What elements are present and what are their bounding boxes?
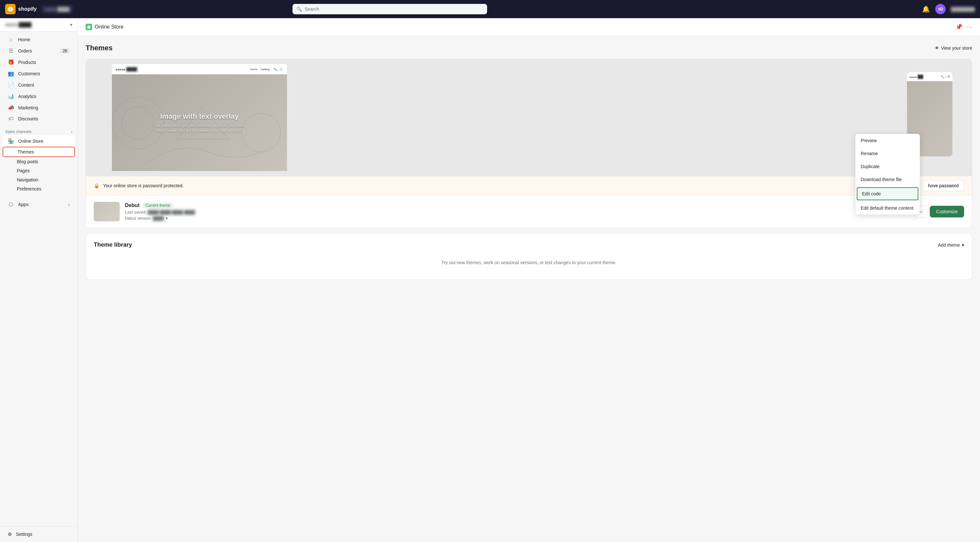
- page-header-title: Online Store: [95, 24, 124, 30]
- more-button[interactable]: ⋯: [966, 23, 972, 30]
- theme-library-card: Theme library Add theme ▾ Try out new th…: [86, 233, 972, 280]
- sidebar-item-analytics[interactable]: 📊 Analytics: [3, 91, 75, 102]
- remove-password-button[interactable]: hove password: [923, 180, 964, 191]
- analytics-icon: 📊: [8, 93, 14, 99]
- theme-preview: EDESK ████ Home Catalog 🔍 🛒: [86, 59, 972, 176]
- sidebar-item-label: Orders: [18, 48, 32, 54]
- store-selector-arrow: ▾: [70, 22, 72, 27]
- main-content: Online Store 📌 ⋯ Themes 👁 View your stor…: [78, 18, 980, 542]
- view-store-label: View your store: [941, 45, 972, 51]
- add-theme-button[interactable]: Add theme ▾: [938, 242, 964, 248]
- sidebar-item-label: Marketing: [18, 105, 38, 110]
- remove-password-label: hove password: [928, 183, 959, 188]
- sidebar-item-home[interactable]: ⌂ Home: [3, 34, 75, 45]
- duplicate-label: Duplicate: [861, 164, 880, 169]
- current-theme-badge: Current theme: [142, 202, 173, 208]
- sidebar-item-marketing[interactable]: 📣 Marketing: [3, 102, 75, 113]
- last-saved-label: Last saved:: [125, 210, 146, 215]
- search-wrap: 🔍: [293, 4, 487, 14]
- logo-icon: [5, 4, 16, 14]
- sidebar-item-label: Online Store: [18, 139, 43, 144]
- page-header-right: 📌 ⋯: [955, 23, 972, 30]
- theme-info: Debut Current theme Last saved: ████ ███…: [86, 195, 972, 228]
- dropdown-item-rename[interactable]: Rename: [856, 147, 920, 160]
- add-theme-arrow: ▾: [962, 242, 964, 248]
- view-store-button[interactable]: 👁 View your store: [935, 45, 972, 51]
- apps-icon: ⬡: [8, 201, 14, 207]
- version-dropdown-arrow[interactable]: ▾: [166, 216, 168, 221]
- dropdown-item-preview[interactable]: Preview: [856, 134, 920, 147]
- sidebar-item-orders[interactable]: ☰ Orders 26: [3, 45, 75, 56]
- version-label: Debut version: [125, 216, 151, 221]
- apps-label: Apps: [18, 202, 29, 207]
- hero-text-block: Image with text overlay Use overlay text…: [141, 112, 258, 133]
- thumb-image: [94, 202, 120, 222]
- sidebar-item-products[interactable]: 🎁 Products: [3, 56, 75, 68]
- customize-label: Customize: [936, 209, 958, 214]
- mobile-logo: EDESK ██: [910, 75, 923, 78]
- preferences-label: Preferences: [17, 186, 41, 191]
- sidebar-item-customers[interactable]: 👥 Customers: [3, 68, 75, 79]
- preview-nav: EDESK ████ Home Catalog 🔍 🛒: [112, 64, 287, 74]
- sidebar-subitem-navigation[interactable]: Navigation: [3, 175, 75, 184]
- edit-default-label: Edit default theme content: [861, 206, 913, 210]
- sidebar-item-discounts[interactable]: 🏷 Discounts: [3, 113, 75, 124]
- sidebar-subitem-themes[interactable]: Themes: [3, 147, 75, 157]
- settings-label: Settings: [16, 532, 32, 537]
- products-icon: 🎁: [8, 59, 14, 65]
- orders-badge: 26: [60, 48, 70, 54]
- dropdown-item-edit-default[interactable]: Edit default theme content: [856, 202, 920, 215]
- preview-nav-links: Home Catalog: [250, 68, 269, 71]
- sidebar-item-apps[interactable]: ⬡ Apps ›: [3, 199, 75, 210]
- apps-section: ⬡ Apps ›: [0, 199, 78, 210]
- library-header: Theme library Add theme ▾: [94, 241, 964, 248]
- last-saved-value: ████ ████ ████ ████: [148, 210, 195, 215]
- dropdown-item-edit-code[interactable]: Edit code: [857, 187, 918, 200]
- theme-actions: ⋯ Customize: [913, 206, 964, 218]
- notification-button[interactable]: 🔔: [922, 5, 930, 13]
- sidebar-bottom: ⚙ Settings: [0, 526, 78, 542]
- home-icon: ⌂: [8, 37, 14, 43]
- logo-text: shopify: [18, 6, 37, 12]
- logo: shopify: [5, 4, 37, 14]
- sidebar-item-online-store[interactable]: 🏪 Online Store: [3, 136, 75, 147]
- sidebar-subitem-pages[interactable]: Pages: [3, 166, 75, 175]
- customize-button[interactable]: Customize: [930, 206, 964, 217]
- desktop-frame: EDESK ████ Home Catalog 🔍 🛒: [112, 64, 287, 171]
- sidebar-item-content[interactable]: 📄 Content: [3, 79, 75, 91]
- rename-label: Rename: [861, 151, 878, 156]
- navigation-label: Navigation: [17, 177, 38, 182]
- apps-expand-icon: ›: [68, 202, 70, 207]
- sidebar-subitem-preferences[interactable]: Preferences: [3, 184, 75, 193]
- theme-name: Debut: [125, 202, 140, 208]
- sales-channels-expand-icon: ›: [71, 129, 72, 134]
- lock-icon: 🔒: [94, 183, 99, 188]
- avatar: xD: [935, 4, 946, 14]
- version-value: ████: [153, 216, 164, 221]
- preview-label: Preview: [861, 138, 877, 143]
- preview-hero: Image with text overlay Use overlay text…: [112, 74, 287, 171]
- dropdown-item-duplicate[interactable]: Duplicate: [856, 160, 920, 173]
- user-name: ████████: [951, 7, 975, 12]
- page-header-icon: [86, 24, 92, 30]
- discounts-icon: 🏷: [8, 116, 14, 122]
- sidebar-item-label: Content: [18, 83, 34, 88]
- sales-channels-label: Sales channels ›: [0, 127, 78, 136]
- theme-card: EDESK ████ Home Catalog 🔍 🛒: [86, 59, 972, 228]
- hero-title: Image with text overlay: [154, 112, 245, 121]
- themes-label: Themes: [18, 149, 34, 155]
- store-selector[interactable]: edesk ████ ▾: [0, 18, 78, 32]
- marketing-icon: 📣: [8, 105, 14, 111]
- add-theme-label: Add theme: [938, 242, 960, 248]
- sidebar: edesk ████ ▾ ⌂ Home ☰ Orders 26 🎁 Produc…: [0, 18, 78, 542]
- pin-button[interactable]: 📌: [955, 23, 963, 30]
- edit-code-label: Edit code: [862, 191, 881, 196]
- dropdown-item-download[interactable]: Download theme file: [856, 173, 920, 186]
- themes-title: Themes: [86, 44, 113, 52]
- search-input[interactable]: [304, 6, 483, 12]
- sidebar-item-settings[interactable]: ⚙ Settings: [3, 529, 75, 539]
- content-icon: 📄: [8, 82, 14, 88]
- sidebar-subitem-blog-posts[interactable]: Blog posts: [3, 157, 75, 166]
- sidebar-item-label: Products: [18, 60, 36, 65]
- mobile-nav: EDESK ██ 🔍 ⌂ ☰: [907, 72, 953, 81]
